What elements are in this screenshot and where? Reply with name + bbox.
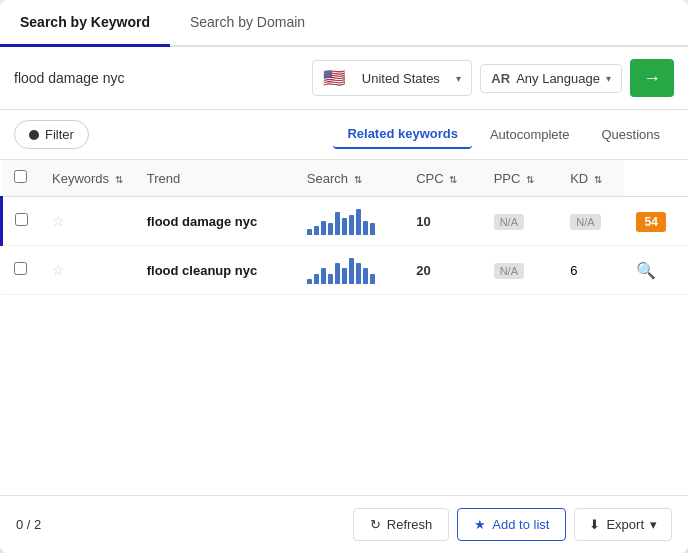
- trend-bar: [370, 223, 375, 235]
- results-table-wrapper: Keywords ⇅ Trend Search ⇅ CPC ⇅: [0, 160, 688, 495]
- results-count: 0 / 2: [16, 517, 41, 532]
- header-checkbox-cell: [2, 160, 41, 197]
- kd-cell: 🔍: [624, 246, 688, 295]
- header-ppc-label: PPC: [494, 171, 521, 186]
- trend-bar: [328, 223, 333, 235]
- chevron-down-icon: ▾: [456, 73, 461, 84]
- keyword-cell: flood cleanup nyc: [135, 246, 295, 295]
- trend-bar: [314, 226, 319, 235]
- chevron-down-icon-lang: ▾: [606, 73, 611, 84]
- footer: 0 / 2 ↻ Refresh ★ Add to list ⬇ Export ▾: [0, 495, 688, 553]
- refresh-label: Refresh: [387, 517, 433, 532]
- chevron-down-export-icon: ▾: [650, 517, 657, 532]
- sort-icon-kd: ⇅: [594, 174, 602, 185]
- search-volume-value: 10: [416, 214, 430, 229]
- search-volume-value: 20: [416, 263, 430, 278]
- keyword-cell: flood damage nyc: [135, 197, 295, 246]
- country-name: United States: [362, 71, 440, 86]
- header-trend-label: Trend: [147, 171, 180, 186]
- language-name: Any Language: [516, 71, 600, 86]
- refresh-button[interactable]: ↻ Refresh: [353, 508, 450, 541]
- header-cpc[interactable]: CPC ⇅: [404, 160, 481, 197]
- trend-chart: [307, 256, 392, 284]
- ppc-cell: 6: [558, 246, 624, 295]
- header-kd-label: KD: [570, 171, 588, 186]
- row-checkbox[interactable]: [14, 262, 27, 275]
- results-table: Keywords ⇅ Trend Search ⇅ CPC ⇅: [0, 160, 688, 295]
- trend-bar: [342, 218, 347, 235]
- trend-bar: [321, 221, 326, 235]
- star-icon[interactable]: ☆: [52, 213, 65, 229]
- trend-bar: [363, 221, 368, 235]
- table-header-row: Keywords ⇅ Trend Search ⇅ CPC ⇅: [2, 160, 689, 197]
- search-volume-cell: 10: [404, 197, 481, 246]
- filter-dot-icon: [29, 130, 39, 140]
- trend-bar: [307, 279, 312, 284]
- na-badge-cpc: N/A: [494, 214, 524, 230]
- trend-bar: [349, 215, 354, 235]
- trend-bar: [349, 258, 354, 284]
- search-button[interactable]: →: [630, 59, 674, 97]
- filter-row: Filter Related keywords Autocomplete Que…: [0, 110, 688, 160]
- kd-badge: 54: [636, 212, 665, 232]
- select-all-checkbox[interactable]: [14, 170, 27, 183]
- tab-related-keywords[interactable]: Related keywords: [333, 120, 472, 149]
- export-button[interactable]: ⬇ Export ▾: [574, 508, 672, 541]
- na-badge-ppc: N/A: [570, 214, 600, 230]
- row-checkbox[interactable]: [15, 213, 28, 226]
- add-to-list-label: Add to list: [492, 517, 549, 532]
- tab-questions[interactable]: Questions: [587, 120, 674, 149]
- star-icon: ★: [474, 517, 486, 532]
- row-checkbox-cell: [2, 246, 41, 295]
- sort-icon-cpc: ⇅: [449, 174, 457, 185]
- keyword-text: flood cleanup nyc: [147, 263, 258, 278]
- country-dropdown[interactable]: 🇺🇸 United States ▾: [312, 60, 472, 96]
- language-icon: AR: [491, 71, 510, 86]
- main-container: Search by Keyword Search by Domain 🇺🇸 Un…: [0, 0, 688, 553]
- trend-bar: [342, 268, 347, 284]
- trend-bar: [356, 209, 361, 235]
- star-icon[interactable]: ☆: [52, 262, 65, 278]
- refresh-icon: ↻: [370, 517, 381, 532]
- header-search-label: Search: [307, 171, 348, 186]
- header-keywords[interactable]: Keywords ⇅: [40, 160, 135, 197]
- star-cell: ☆: [40, 197, 135, 246]
- header-trend: Trend: [135, 160, 295, 197]
- sort-icon-ppc: ⇅: [526, 174, 534, 185]
- keyword-input[interactable]: [14, 64, 304, 92]
- cpc-cell: N/A: [482, 246, 559, 295]
- keyword-text: flood damage nyc: [147, 214, 258, 229]
- kd-cell: 54: [624, 197, 688, 246]
- add-to-list-button[interactable]: ★ Add to list: [457, 508, 566, 541]
- trend-bar: [335, 263, 340, 284]
- table-row: ☆flood cleanup nyc20N/A6🔍: [2, 246, 689, 295]
- keyword-type-tabs: Related keywords Autocomplete Questions: [333, 120, 674, 149]
- download-icon: ⬇: [589, 517, 600, 532]
- table-row: ☆flood damage nyc10N/AN/A54: [2, 197, 689, 246]
- cpc-cell: N/A: [482, 197, 559, 246]
- header-kd[interactable]: KD ⇅: [558, 160, 624, 197]
- search-volume-cell: 20: [404, 246, 481, 295]
- tab-bar: Search by Keyword Search by Domain: [0, 0, 688, 47]
- row-checkbox-cell: [2, 197, 41, 246]
- trend-bar: [314, 274, 319, 284]
- search-icon[interactable]: 🔍: [636, 262, 656, 279]
- trend-cell: [295, 197, 404, 246]
- search-bar: 🇺🇸 United States ▾ AR Any Language ▾ →: [0, 47, 688, 110]
- trend-bar: [307, 229, 312, 235]
- filter-button[interactable]: Filter: [14, 120, 89, 149]
- sort-icon-search: ⇅: [354, 174, 362, 185]
- filter-label: Filter: [45, 127, 74, 142]
- trend-cell: [295, 246, 404, 295]
- header-search[interactable]: Search ⇅: [295, 160, 404, 197]
- trend-chart: [307, 207, 392, 235]
- tab-search-by-keyword[interactable]: Search by Keyword: [0, 0, 170, 47]
- header-cpc-label: CPC: [416, 171, 443, 186]
- tab-autocomplete[interactable]: Autocomplete: [476, 120, 584, 149]
- trend-bar: [356, 263, 361, 284]
- trend-bar: [370, 274, 375, 284]
- language-dropdown[interactable]: AR Any Language ▾: [480, 64, 622, 93]
- footer-buttons: ↻ Refresh ★ Add to list ⬇ Export ▾: [353, 508, 672, 541]
- tab-search-by-domain[interactable]: Search by Domain: [170, 0, 325, 47]
- header-ppc[interactable]: PPC ⇅: [482, 160, 559, 197]
